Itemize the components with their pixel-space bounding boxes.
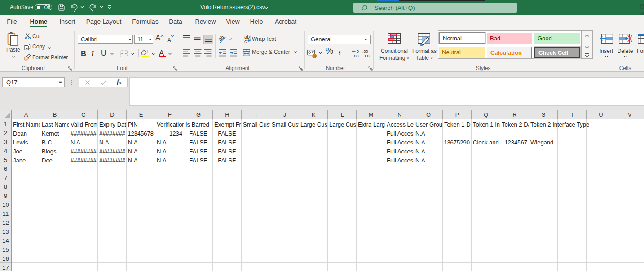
svg-text:c: c [244, 38, 247, 43]
svg-text:.00: .00 [353, 54, 359, 58]
svg-text:0: 0 [367, 54, 370, 58]
